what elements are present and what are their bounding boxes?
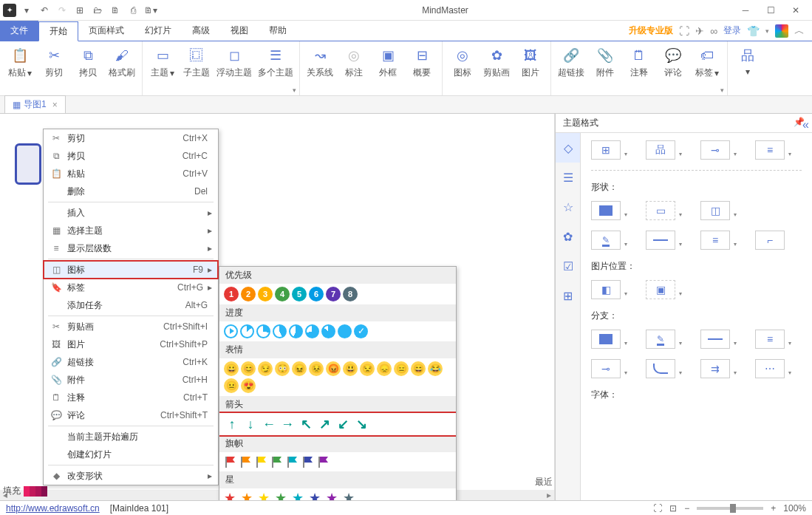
context-menu-item[interactable]: ✂剪切Ctrl+X: [44, 129, 218, 147]
side-tab-history[interactable]: ⊞: [556, 281, 580, 310]
star-icon[interactable]: ★: [224, 491, 239, 500]
arrow-icon[interactable]: ↓: [242, 416, 259, 432]
side-tab-clipart[interactable]: ✿: [556, 222, 580, 251]
close-tab-icon[interactable]: ×: [52, 100, 58, 110]
line-color-button[interactable]: ✎: [591, 231, 621, 250]
hyperlink-button[interactable]: 🔗超链接: [554, 44, 588, 81]
emoji-icon[interactable]: 😄: [411, 361, 426, 376]
priority-icon[interactable]: 6: [309, 287, 324, 301]
context-menu-item[interactable]: 创建幻灯片: [44, 446, 218, 463]
menu-tab-pagestyle[interactable]: 页面样式: [78, 21, 134, 41]
context-menu-item[interactable]: 📎附件Ctrl+H: [44, 371, 218, 389]
flag-icon[interactable]: [317, 455, 330, 468]
multitopic-button[interactable]: ☰多个主题: [255, 44, 296, 81]
save-icon[interactable]: 🗎: [108, 3, 123, 18]
context-menu-item[interactable]: 当前主题开始遍历: [44, 428, 218, 446]
upgrade-link[interactable]: 升级专业版: [629, 24, 673, 37]
progress-icon[interactable]: [273, 324, 287, 338]
emoji-icon[interactable]: 😒: [360, 361, 375, 376]
emoji-icon[interactable]: 😖: [292, 361, 307, 376]
hierarchy-button[interactable]: 品: [646, 140, 675, 160]
flag-icon[interactable]: [286, 455, 299, 468]
expand-icon[interactable]: ⛶: [679, 25, 689, 37]
tag-button[interactable]: 🏷标签 ▾: [690, 44, 724, 81]
close-button[interactable]: ✕: [785, 2, 806, 18]
context-menu-item[interactable]: 删除Del: [44, 183, 218, 200]
canvas[interactable]: ✂剪切Ctrl+X⧉拷贝Ctrl+C📋粘贴Ctrl+V删除Del插入▸▦选择主题…: [0, 114, 555, 500]
progress-icon[interactable]: [224, 324, 238, 338]
formatpainter-button[interactable]: 🖌格式刷: [105, 44, 139, 81]
context-menu-item[interactable]: 💬评论Ctrl+Shift+T: [44, 406, 218, 424]
priority-icon[interactable]: 1: [224, 287, 239, 301]
note-button[interactable]: 🗒注释: [622, 44, 656, 81]
menu-tab-file[interactable]: 文件: [0, 21, 38, 41]
context-menu-item[interactable]: 📋粘贴Ctrl+V: [44, 165, 218, 183]
flag-icon[interactable]: [239, 455, 253, 468]
emoji-icon[interactable]: 😞: [377, 361, 392, 376]
star-icon[interactable]: ★: [275, 491, 290, 500]
branch-curve-button[interactable]: [646, 359, 675, 378]
line-style-button[interactable]: [646, 231, 675, 250]
emoji-icon[interactable]: 😍: [241, 378, 256, 393]
progress-icon[interactable]: [321, 324, 335, 338]
icon-button[interactable]: ◎图标: [446, 44, 480, 81]
emoji-icon[interactable]: 😂: [428, 361, 443, 376]
branch-shape-button[interactable]: ⊸: [591, 359, 621, 378]
topic-button[interactable]: ▭主题 ▾: [146, 44, 180, 81]
tshirt-icon[interactable]: 👕: [747, 25, 760, 37]
imgpos-left-button[interactable]: ◧: [591, 280, 621, 299]
menu-tab-start[interactable]: 开始: [38, 21, 78, 41]
fit-icon[interactable]: ⊡: [669, 503, 677, 514]
arrow-icon[interactable]: ↖: [298, 416, 314, 432]
branch-color-button[interactable]: [591, 330, 621, 349]
cut-button[interactable]: ✂剪切: [37, 44, 71, 81]
clipart-button[interactable]: ✿剪贴画: [480, 44, 514, 81]
star-icon[interactable]: ★: [309, 491, 324, 500]
emoji-icon[interactable]: 😊: [241, 361, 256, 376]
branch-arrow-button[interactable]: ⇉: [700, 359, 730, 378]
undo-icon[interactable]: ↶: [37, 3, 52, 18]
menu-tab-view[interactable]: 视图: [220, 21, 259, 41]
group-dropdown-icon[interactable]: ▾: [293, 86, 296, 94]
minimize-button[interactable]: ─: [735, 2, 756, 18]
list-button[interactable]: ≡: [755, 140, 785, 160]
emoji-icon[interactable]: 😣: [309, 361, 324, 376]
star-icon[interactable]: ★: [326, 491, 341, 500]
login-link[interactable]: 登录: [723, 24, 741, 37]
context-menu-item[interactable]: 添加任务Alt+G: [44, 296, 218, 314]
star-icon[interactable]: ★: [241, 491, 256, 500]
print-icon[interactable]: ⎙: [126, 3, 140, 18]
zoom-slider[interactable]: [697, 507, 763, 510]
fullscreen-icon[interactable]: ⛶: [653, 503, 662, 514]
structure-button[interactable]: 品▾: [731, 44, 765, 78]
tshirt-drop-icon[interactable]: ▾: [765, 27, 769, 35]
star-icon[interactable]: ★: [343, 491, 358, 500]
flag-icon[interactable]: [270, 455, 284, 468]
share-icon[interactable]: ∞: [710, 25, 717, 37]
side-tab-outline[interactable]: ☰: [556, 163, 580, 192]
selected-topic-node[interactable]: [15, 143, 41, 185]
emoji-icon[interactable]: 😃: [343, 361, 358, 376]
open-file-icon[interactable]: 🗁: [90, 3, 105, 18]
branch-weight-button[interactable]: ≡: [755, 330, 785, 349]
file-tab[interactable]: ▦ 导图1 ×: [4, 95, 66, 113]
arrow-icon[interactable]: ↘: [353, 416, 369, 432]
context-menu-item[interactable]: ✂剪贴画Ctrl+Shift+I: [44, 318, 218, 335]
context-menu-item[interactable]: ≡显示层级数▸: [44, 239, 218, 257]
flag-icon[interactable]: [301, 455, 315, 468]
emoji-icon[interactable]: 😏: [258, 361, 273, 376]
relation-button[interactable]: ↝关系线: [303, 44, 337, 81]
branch-dash-button[interactable]: ⋯: [755, 359, 785, 378]
menu-tab-advanced[interactable]: 高级: [182, 21, 220, 41]
menu-tab-slides[interactable]: 幻灯片: [134, 21, 182, 41]
priority-icon[interactable]: 7: [326, 287, 341, 301]
context-menu-item[interactable]: ⧉拷贝Ctrl+C: [44, 147, 218, 165]
arrow-icon[interactable]: ↗: [316, 416, 332, 432]
emoji-icon[interactable]: 😳: [275, 361, 290, 376]
priority-icon[interactable]: 5: [292, 287, 307, 301]
side-tab-task[interactable]: ☑: [556, 251, 580, 281]
side-tab-icons[interactable]: ☆: [556, 192, 580, 222]
context-menu-item[interactable]: 🔗超链接Ctrl+K: [44, 353, 218, 371]
export-dropdown-icon[interactable]: 🗎▾: [143, 3, 158, 18]
imgpos-center-button[interactable]: ▣: [646, 280, 675, 299]
